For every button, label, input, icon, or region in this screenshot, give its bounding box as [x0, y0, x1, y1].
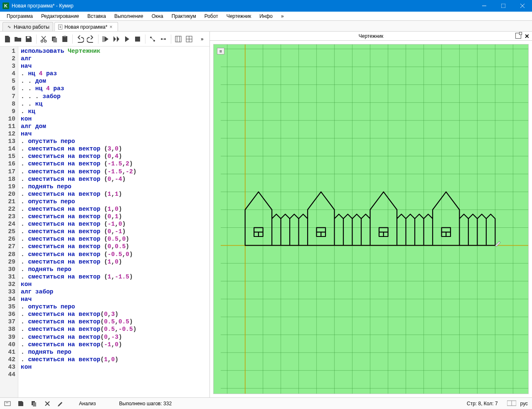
tool-b-button[interactable]: [159, 34, 167, 44]
redo-button[interactable]: [86, 34, 95, 44]
drawer-title: Чертежник: [359, 33, 384, 39]
status-icon-save[interactable]: [17, 400, 24, 407]
svg-point-6: [44, 40, 47, 42]
app-icon: K: [2, 2, 9, 9]
minimize-button[interactable]: [475, 0, 494, 12]
svg-rect-21: [175, 36, 181, 42]
menu-practice[interactable]: Практикум: [168, 12, 200, 20]
window-title: Новая программа* - Кумир: [12, 3, 475, 9]
tab-newprogram[interactable]: 1 Новая программа* ×: [54, 22, 118, 31]
svg-rect-10: [53, 38, 57, 42]
status-icon-clear[interactable]: [44, 400, 51, 407]
copy-button[interactable]: [50, 34, 59, 44]
step-into-button[interactable]: [123, 34, 131, 44]
status-icon-a[interactable]: [4, 400, 11, 407]
tab-close-icon[interactable]: ×: [109, 25, 114, 30]
popout-icon[interactable]: [515, 33, 521, 39]
status-analysis[interactable]: Анализ: [79, 401, 96, 407]
menubar: Программа Редактирование Вставка Выполне…: [0, 12, 532, 21]
code-editor[interactable]: 1234567891011121314151617181920212223242…: [0, 47, 209, 397]
toolbar: »: [0, 32, 209, 47]
maximize-button[interactable]: [494, 0, 513, 12]
tab-label: Новая программа*: [64, 24, 108, 30]
tool-a-button[interactable]: [149, 34, 157, 44]
svg-rect-1: [501, 4, 505, 8]
svg-rect-14: [135, 37, 140, 42]
menu-info[interactable]: Инфо: [256, 12, 276, 20]
svg-rect-11: [62, 36, 67, 42]
wave-icon: ∿: [6, 24, 12, 30]
tab-start[interactable]: ∿ Начало работы: [2, 22, 53, 31]
new-file-button[interactable]: [3, 34, 12, 44]
window-titlebar: K Новая программа* - Кумир: [0, 0, 532, 12]
menu-robot[interactable]: Робот: [201, 12, 222, 20]
open-file-button[interactable]: [14, 34, 22, 44]
file-icon: 1: [58, 25, 62, 30]
menu-insert[interactable]: Вставка: [84, 12, 109, 20]
grid-b-button[interactable]: [185, 34, 193, 44]
menu-program[interactable]: Программа: [3, 12, 36, 20]
status-pos: Стр: 8, Кол: 7: [467, 401, 498, 407]
drawer-titlebar: Чертежник ✕: [210, 32, 532, 41]
drawer-pane: Чертежник ✕ ≡: [210, 32, 532, 397]
cut-button[interactable]: [39, 34, 48, 44]
menu-more[interactable]: »: [278, 12, 287, 20]
line-numbers: 1234567891011121314151617181920212223242…: [0, 47, 18, 397]
menu-edit[interactable]: Редактирование: [38, 12, 82, 20]
svg-rect-4: [27, 37, 30, 38]
status-steps: Выполнено шагов: 332: [119, 401, 172, 407]
code-area[interactable]: использовать Чертежникалгнач. нц 4 раз. …: [18, 47, 209, 397]
tab-label: Начало работы: [14, 24, 49, 30]
tabbar: ∿ Начало работы 1 Новая программа* ×: [0, 21, 532, 32]
menu-run[interactable]: Выполнение: [111, 12, 147, 20]
step-button[interactable]: [112, 34, 121, 44]
stop-button[interactable]: [133, 34, 142, 44]
menu-windows[interactable]: Окна: [148, 12, 167, 20]
grid-a-button[interactable]: [175, 34, 183, 44]
statusbar: Анализ Выполнено шагов: 332 Стр: 8, Кол:…: [0, 397, 532, 409]
undo-button[interactable]: [76, 34, 84, 44]
editor-pane: » 12345678910111213141516171819202122232…: [0, 32, 210, 397]
toolbar-more-button[interactable]: »: [198, 34, 207, 44]
svg-rect-132: [33, 402, 36, 407]
paste-button[interactable]: [61, 34, 69, 44]
drawing-surface: [214, 44, 528, 394]
drawer-canvas[interactable]: ≡: [213, 44, 529, 394]
svg-point-5: [41, 40, 43, 42]
close-button[interactable]: [513, 0, 532, 12]
menu-drawer[interactable]: Чертежник: [223, 12, 255, 20]
svg-rect-129: [5, 402, 10, 406]
svg-line-17: [151, 37, 154, 41]
run-button[interactable]: [102, 34, 110, 44]
status-icon-edit[interactable]: [57, 400, 64, 407]
keyboard-icon[interactable]: [507, 400, 514, 407]
svg-rect-13: [103, 36, 103, 42]
canvas-menu-icon[interactable]: ≡: [217, 48, 224, 54]
save-file-button[interactable]: [25, 34, 33, 44]
drawer-close-icon[interactable]: ✕: [525, 33, 530, 39]
status-icon-copy[interactable]: [31, 400, 37, 407]
svg-rect-12: [64, 36, 66, 37]
status-lang[interactable]: рус: [520, 401, 528, 407]
